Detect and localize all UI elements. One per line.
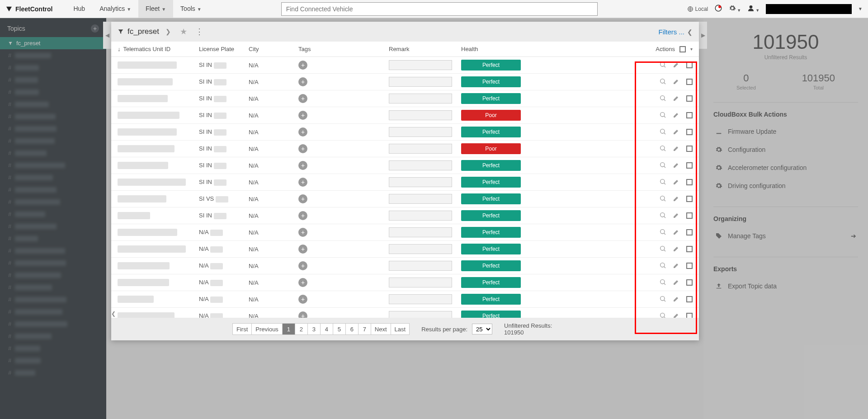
remark-input[interactable] bbox=[389, 77, 452, 87]
panel-collapse-left[interactable]: ◀ bbox=[103, 22, 111, 49]
view-icon[interactable] bbox=[659, 178, 666, 187]
row-checkbox[interactable] bbox=[686, 79, 693, 85]
gear-icon[interactable]: ▼ bbox=[729, 5, 741, 13]
sidebar-item[interactable]: # bbox=[0, 269, 106, 281]
remark-input[interactable] bbox=[389, 177, 452, 187]
row-checkbox[interactable] bbox=[686, 196, 693, 202]
bulk-config[interactable]: Configuration bbox=[713, 141, 858, 159]
sidebar-item[interactable]: # bbox=[0, 306, 106, 318]
view-icon[interactable] bbox=[659, 295, 666, 304]
sidebar-item[interactable]: # bbox=[0, 110, 106, 122]
add-topic-button[interactable]: + bbox=[91, 24, 99, 33]
add-tag-button[interactable]: + bbox=[298, 94, 307, 103]
export-topic[interactable]: Export Topic data bbox=[713, 277, 858, 295]
sidebar-item[interactable]: # bbox=[0, 135, 106, 147]
page-4[interactable]: 4 bbox=[321, 323, 333, 335]
add-tag-button[interactable]: + bbox=[298, 178, 307, 187]
edit-icon[interactable] bbox=[673, 278, 680, 287]
page-7[interactable]: 7 bbox=[359, 323, 371, 335]
edit-icon[interactable] bbox=[673, 295, 680, 304]
add-tag-button[interactable]: + bbox=[298, 245, 307, 254]
sidebar-item[interactable]: # bbox=[0, 61, 106, 74]
remark-input[interactable] bbox=[389, 311, 452, 318]
edit-icon[interactable] bbox=[673, 312, 680, 318]
collapse-handle[interactable]: ❮ bbox=[111, 311, 118, 317]
row-checkbox[interactable] bbox=[686, 246, 693, 252]
select-all-checkbox[interactable] bbox=[679, 46, 686, 52]
page-next[interactable]: Next bbox=[371, 323, 391, 335]
nav-tools[interactable]: Tools▼ bbox=[173, 0, 209, 19]
remark-input[interactable] bbox=[389, 110, 452, 120]
sidebar-item[interactable]: # bbox=[0, 367, 106, 379]
env-indicator[interactable]: Local bbox=[687, 6, 708, 12]
add-tag-button[interactable]: + bbox=[298, 111, 307, 120]
view-icon[interactable] bbox=[659, 145, 666, 153]
search-input[interactable] bbox=[281, 2, 598, 16]
add-tag-button[interactable]: + bbox=[298, 77, 307, 86]
remark-input[interactable] bbox=[389, 294, 452, 304]
add-tag-button[interactable]: + bbox=[298, 211, 307, 220]
alert-icon[interactable] bbox=[714, 4, 722, 14]
sidebar-item[interactable]: # bbox=[0, 159, 106, 171]
row-checkbox[interactable] bbox=[686, 162, 693, 169]
remark-input[interactable] bbox=[389, 278, 452, 287]
sidebar-item[interactable]: # bbox=[0, 318, 106, 330]
edit-icon[interactable] bbox=[673, 195, 680, 203]
page-1[interactable]: 1 bbox=[283, 323, 295, 335]
brand[interactable]: FleetControl bbox=[5, 5, 52, 13]
edit-icon[interactable] bbox=[673, 228, 680, 237]
sidebar-item[interactable]: fc_preset bbox=[0, 37, 106, 49]
remark-input[interactable] bbox=[389, 261, 452, 271]
view-icon[interactable] bbox=[659, 278, 666, 287]
sidebar-item[interactable]: # bbox=[0, 98, 106, 110]
edit-icon[interactable] bbox=[673, 178, 680, 187]
row-checkbox[interactable] bbox=[686, 212, 693, 219]
remark-input[interactable] bbox=[389, 144, 452, 154]
edit-icon[interactable] bbox=[673, 78, 680, 86]
sidebar-item[interactable]: # bbox=[0, 184, 106, 196]
sidebar-item[interactable]: # bbox=[0, 354, 106, 367]
sidebar-item[interactable]: # bbox=[0, 257, 106, 269]
page-prev[interactable]: Previous bbox=[252, 323, 283, 335]
edit-icon[interactable] bbox=[673, 145, 680, 153]
remark-input[interactable] bbox=[389, 60, 452, 70]
add-tag-button[interactable]: + bbox=[298, 311, 307, 318]
sidebar-item[interactable]: # bbox=[0, 122, 106, 135]
view-icon[interactable] bbox=[659, 195, 666, 203]
chevron-down-icon[interactable]: ▾ bbox=[690, 47, 693, 52]
edit-icon[interactable] bbox=[673, 61, 680, 70]
edit-icon[interactable] bbox=[673, 94, 680, 103]
sidebar-item[interactable]: # bbox=[0, 232, 106, 245]
view-icon[interactable] bbox=[659, 61, 666, 70]
remark-input[interactable] bbox=[389, 94, 452, 104]
view-icon[interactable] bbox=[659, 212, 666, 220]
page-5[interactable]: 5 bbox=[333, 323, 346, 335]
panel-collapse-right[interactable]: ▶ bbox=[699, 22, 707, 49]
sidebar-item[interactable]: # bbox=[0, 86, 106, 98]
row-checkbox[interactable] bbox=[686, 296, 693, 302]
edit-icon[interactable] bbox=[673, 111, 680, 120]
view-icon[interactable] bbox=[659, 228, 666, 237]
edit-icon[interactable] bbox=[673, 161, 680, 170]
sidebar-item[interactable]: # bbox=[0, 245, 106, 257]
sidebar-item[interactable]: # bbox=[0, 147, 106, 159]
add-tag-button[interactable]: + bbox=[298, 278, 307, 287]
row-checkbox[interactable] bbox=[686, 62, 693, 68]
row-checkbox[interactable] bbox=[686, 279, 693, 286]
sidebar-item[interactable]: # bbox=[0, 171, 106, 184]
filters-button[interactable]: Filters ...❮ bbox=[658, 28, 693, 36]
sort-icon[interactable]: ↓ bbox=[118, 46, 121, 52]
row-checkbox[interactable] bbox=[686, 129, 693, 135]
remark-input[interactable] bbox=[389, 244, 452, 254]
add-tag-button[interactable]: + bbox=[298, 261, 307, 270]
row-checkbox[interactable] bbox=[686, 229, 693, 235]
remark-input[interactable] bbox=[389, 227, 452, 237]
page-first[interactable]: First bbox=[232, 323, 252, 335]
row-checkbox[interactable] bbox=[686, 313, 693, 318]
sidebar-item[interactable]: # bbox=[0, 196, 106, 208]
view-icon[interactable] bbox=[659, 78, 666, 86]
page-2[interactable]: 2 bbox=[295, 323, 308, 335]
view-icon[interactable] bbox=[659, 111, 666, 120]
page-last[interactable]: Last bbox=[391, 323, 410, 335]
add-tag-button[interactable]: + bbox=[298, 144, 307, 153]
